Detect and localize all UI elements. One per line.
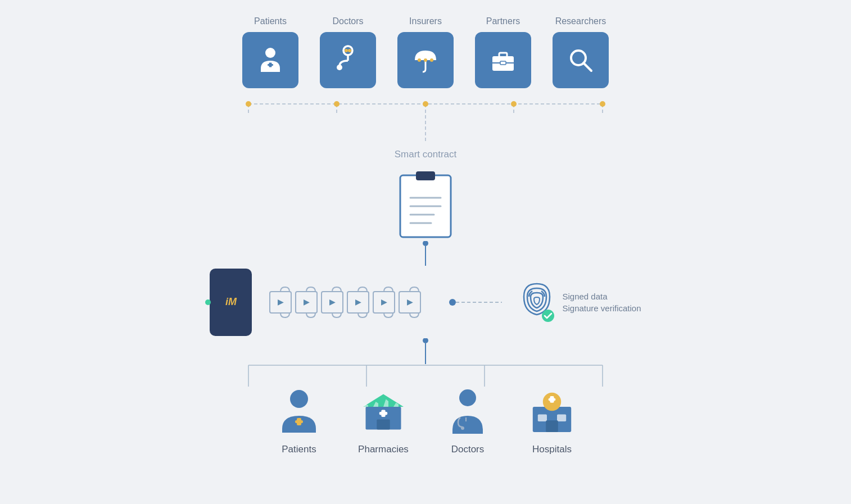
bottom-patients-label: Patients xyxy=(282,444,316,455)
fingerprint-icon xyxy=(519,281,555,323)
svg-point-52 xyxy=(542,310,554,322)
svg-rect-62 xyxy=(297,418,301,425)
bottom-pharmacies-label: Pharmacies xyxy=(358,444,409,455)
svg-rect-2 xyxy=(269,62,272,67)
role-researchers-label: Researchers xyxy=(555,16,606,26)
svg-text:▶: ▶ xyxy=(278,298,284,306)
role-patients-label: Patients xyxy=(254,16,287,26)
role-patients-box xyxy=(242,32,298,88)
vert-line-bottom xyxy=(422,338,429,364)
patient-bottom-icon xyxy=(274,387,324,439)
svg-point-67 xyxy=(459,389,476,406)
bottom-hospitals-label: Hospitals xyxy=(532,444,572,455)
svg-rect-72 xyxy=(557,414,566,421)
svg-rect-65 xyxy=(381,410,385,417)
role-insurers-box xyxy=(397,32,454,88)
dashed-line-svg xyxy=(449,298,502,306)
top-connector-line xyxy=(248,93,603,115)
phone-dot xyxy=(205,299,211,305)
fingerprint-svg xyxy=(519,281,555,323)
svg-text:▶: ▶ xyxy=(329,298,336,306)
svg-text:▶: ▶ xyxy=(407,298,413,306)
hospital-icon xyxy=(527,387,577,439)
top-connector-svg xyxy=(248,93,603,115)
svg-point-25 xyxy=(334,101,340,107)
briefcase-icon xyxy=(488,45,518,75)
top-roles-row: Patients Doctors xyxy=(116,11,735,88)
svg-point-10 xyxy=(424,58,427,62)
puzzle-strip: ▶ ▶ ▶ ▶ ▶ ▶ xyxy=(269,286,432,319)
svg-text:▶: ▶ xyxy=(381,298,387,306)
vert-line-top xyxy=(425,115,426,143)
pharmacy-icon xyxy=(358,387,409,439)
patient-bottom-svg xyxy=(274,387,324,437)
doctor-stethoscope-icon xyxy=(333,45,363,75)
role-researchers: Researchers xyxy=(553,16,609,88)
role-patients: Patients xyxy=(242,16,298,88)
doctor-bottom-svg xyxy=(442,387,493,437)
svg-point-68 xyxy=(461,426,464,430)
search-icon xyxy=(565,45,596,75)
role-insurers-label: Insurers xyxy=(409,16,442,26)
hospital-svg xyxy=(527,387,577,437)
role-doctors: Doctors xyxy=(320,16,376,88)
umbrella-icon xyxy=(410,45,441,75)
svg-point-9 xyxy=(418,58,421,62)
role-insurers: Insurers xyxy=(397,16,454,88)
smart-contract-label: Smart contract xyxy=(395,149,457,160)
signed-data-label: Signed data xyxy=(562,292,641,301)
svg-point-7 xyxy=(348,49,351,52)
signature-verification-label: Signature verification xyxy=(562,303,641,313)
role-partners-box xyxy=(475,32,531,88)
role-doctors-label: Doctors xyxy=(332,16,363,26)
bottom-roles-row: Patients xyxy=(116,387,735,455)
svg-rect-31 xyxy=(416,171,435,180)
bottom-connector-svg xyxy=(248,364,603,387)
phone-app-text: iM xyxy=(225,296,237,308)
bottom-pharmacies: Pharmacies xyxy=(358,387,409,455)
svg-line-17 xyxy=(583,63,591,71)
svg-rect-76 xyxy=(546,420,558,432)
patient-icon xyxy=(255,45,286,75)
role-doctors-box xyxy=(320,32,376,88)
bottom-hospitals: Hospitals xyxy=(527,387,577,455)
bottom-connector xyxy=(248,364,603,387)
puzzle-pieces-svg: ▶ ▶ ▶ ▶ ▶ ▶ xyxy=(269,286,432,319)
clipboard-icon xyxy=(395,167,456,240)
fingerprint-labels: Signed data Signature verification xyxy=(562,292,641,313)
svg-point-60 xyxy=(290,390,308,408)
dashed-connector xyxy=(449,298,502,306)
smart-contract-section: Smart contract xyxy=(116,149,735,240)
svg-point-27 xyxy=(511,101,517,107)
bottom-doctors-label: Doctors xyxy=(451,444,485,455)
svg-point-0 xyxy=(265,48,275,58)
role-partners-label: Partners xyxy=(486,16,520,26)
svg-rect-66 xyxy=(377,419,390,429)
svg-point-24 xyxy=(246,101,251,107)
role-partners: Partners xyxy=(475,16,531,88)
svg-point-26 xyxy=(423,101,428,107)
middle-row: iM ▶ ▶ ▶ ▶ ▶ xyxy=(116,269,735,336)
pharmacy-svg xyxy=(358,387,409,437)
svg-point-53 xyxy=(423,338,428,343)
vert-line-mid xyxy=(422,241,429,266)
svg-rect-75 xyxy=(550,396,554,403)
phone-wrapper: iM xyxy=(210,269,252,336)
bottom-patients: Patients xyxy=(274,387,324,455)
svg-rect-15 xyxy=(500,61,506,65)
top-connector-row xyxy=(116,93,735,115)
svg-rect-13 xyxy=(499,53,507,57)
svg-point-50 xyxy=(449,299,456,306)
main-diagram: Patients Doctors xyxy=(116,11,735,494)
svg-point-6 xyxy=(345,49,348,52)
svg-text:▶: ▶ xyxy=(304,298,310,306)
role-researchers-box xyxy=(553,32,609,88)
svg-text:▶: ▶ xyxy=(355,298,361,306)
svg-point-5 xyxy=(337,65,342,70)
svg-rect-71 xyxy=(538,414,547,421)
svg-point-11 xyxy=(430,58,433,62)
svg-point-28 xyxy=(600,101,605,107)
phone-device: iM xyxy=(210,269,252,336)
fingerprint-container: Signed data Signature verification xyxy=(519,281,641,323)
svg-point-36 xyxy=(423,241,428,246)
